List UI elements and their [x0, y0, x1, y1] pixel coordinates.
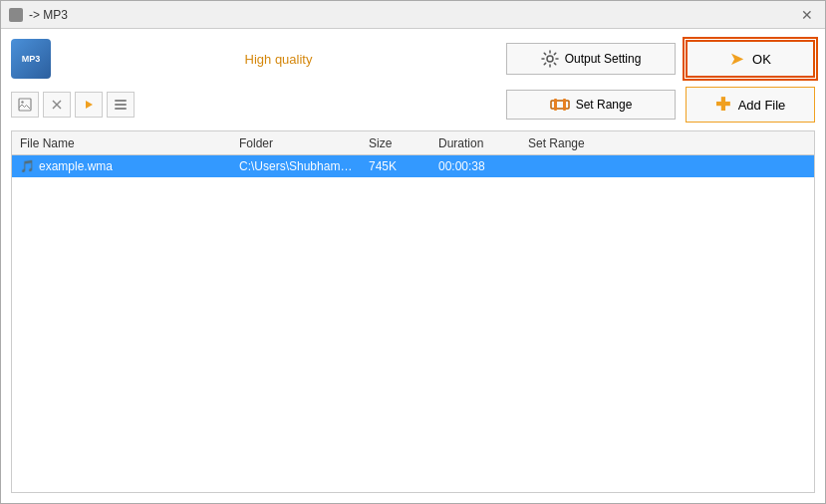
svg-rect-1 — [19, 99, 31, 111]
svg-marker-5 — [86, 101, 93, 109]
add-file-label: Add File — [738, 98, 786, 113]
mp3-icon: MP3 — [11, 39, 51, 79]
svg-rect-6 — [115, 100, 127, 102]
ok-button[interactable]: ➤ OK — [686, 40, 815, 78]
image-icon — [18, 98, 32, 112]
main-window: -> MP3 ✕ MP3 High quality Output Setting… — [0, 0, 826, 504]
cell-duration: 00:00:38 — [430, 159, 520, 173]
table-body: 🎵example.wma C:\Users\Shubham\... 745K 0… — [12, 155, 814, 492]
ok-label: OK — [752, 52, 771, 67]
set-range-label: Set Range — [576, 98, 633, 112]
col-header-duration: Duration — [430, 136, 520, 150]
app-icon — [9, 8, 23, 22]
toolbar-row: Set Range ✚ Add File — [11, 87, 815, 123]
main-content: MP3 High quality Output Setting ➤ OK — [1, 29, 825, 503]
cell-size: 745K — [361, 159, 430, 173]
add-file-button[interactable]: ✚ Add File — [686, 87, 815, 123]
window-title: -> MP3 — [29, 8, 68, 22]
tool-button-play[interactable] — [75, 92, 103, 118]
tool-button-1[interactable] — [11, 92, 39, 118]
cell-folder: C:\Users\Shubham\... — [231, 159, 361, 173]
arrow-icon: ➤ — [729, 48, 744, 70]
svg-rect-9 — [551, 101, 569, 109]
titlebar-left: -> MP3 — [9, 8, 68, 22]
close-button[interactable]: ✕ — [797, 5, 817, 25]
set-range-button[interactable]: Set Range — [506, 90, 676, 120]
table-row[interactable]: 🎵example.wma C:\Users\Shubham\... 745K 0… — [12, 155, 814, 177]
svg-point-2 — [21, 101, 23, 103]
tool-button-list[interactable] — [107, 92, 135, 118]
svg-rect-8 — [115, 108, 127, 110]
x-icon — [51, 99, 63, 111]
toolbar-buttons — [11, 92, 135, 118]
col-header-setrange: Set Range — [520, 136, 620, 150]
cell-filename: 🎵example.wma — [12, 159, 231, 173]
play-icon — [83, 99, 95, 111]
set-range-icon — [550, 97, 570, 113]
top-row: MP3 High quality Output Setting ➤ OK — [11, 39, 815, 79]
svg-rect-11 — [563, 99, 566, 111]
col-header-filename: File Name — [12, 136, 231, 150]
plus-icon: ✚ — [715, 94, 730, 116]
svg-point-0 — [547, 56, 553, 62]
svg-rect-7 — [115, 104, 127, 106]
file-table: File Name Folder Size Duration Set Range… — [11, 130, 815, 493]
svg-rect-10 — [554, 99, 557, 111]
titlebar: -> MP3 ✕ — [1, 1, 825, 29]
file-icon: 🎵 — [20, 159, 35, 173]
output-setting-button[interactable]: Output Setting — [506, 43, 676, 75]
col-header-folder: Folder — [231, 136, 361, 150]
table-header: File Name Folder Size Duration Set Range — [12, 131, 814, 155]
quality-label: High quality — [61, 52, 496, 67]
col-header-size: Size — [361, 136, 430, 150]
tool-button-2[interactable] — [43, 92, 71, 118]
output-setting-label: Output Setting — [565, 52, 642, 66]
gear-icon — [541, 50, 559, 68]
list-icon — [114, 99, 128, 111]
